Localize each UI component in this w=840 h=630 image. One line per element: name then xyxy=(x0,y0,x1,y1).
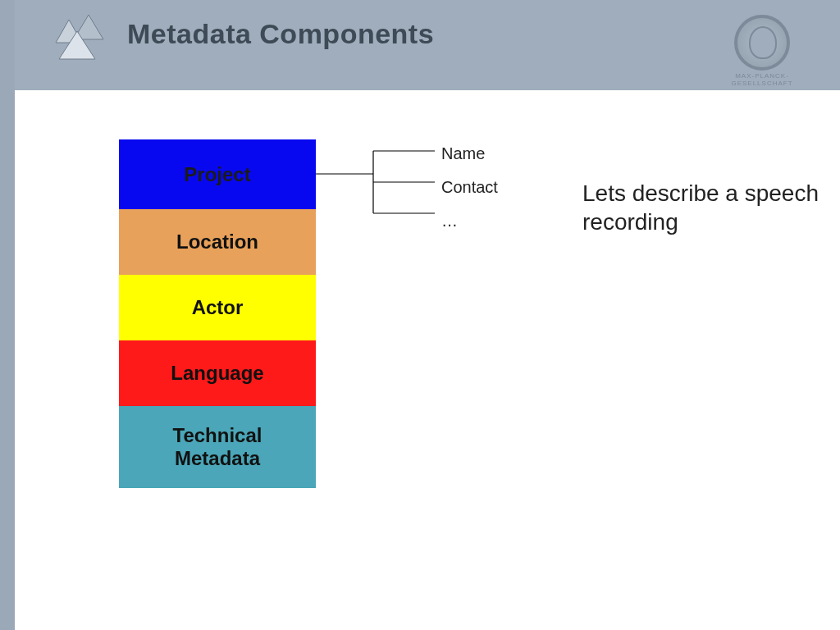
triangles-logo xyxy=(51,11,108,61)
callout-more: … xyxy=(441,212,498,231)
block-language: Language xyxy=(119,340,316,406)
block-project: Project xyxy=(119,139,316,209)
component-stack: Project Location Actor Language Technica… xyxy=(119,139,316,488)
block-actor: Actor xyxy=(119,275,316,340)
emblem-logo: MAX-PLANCK-GESELLSCHAFT xyxy=(709,15,815,87)
side-stripe xyxy=(0,0,15,630)
emblem-text: MAX-PLANCK-GESELLSCHAFT xyxy=(709,72,815,87)
project-callouts: Name Contact … xyxy=(441,144,498,245)
connector-lines xyxy=(316,139,447,238)
header-bar: Metadata Components MAX-PLANCK-GESELLSCH… xyxy=(0,0,840,90)
block-location: Location xyxy=(119,209,316,275)
page-title: Metadata Components xyxy=(127,18,434,50)
description-text: Lets describe a speech recording xyxy=(582,179,820,236)
callout-name: Name xyxy=(441,144,498,163)
callout-contact: Contact xyxy=(441,178,498,197)
block-technical: TechnicalMetadata xyxy=(119,406,316,488)
